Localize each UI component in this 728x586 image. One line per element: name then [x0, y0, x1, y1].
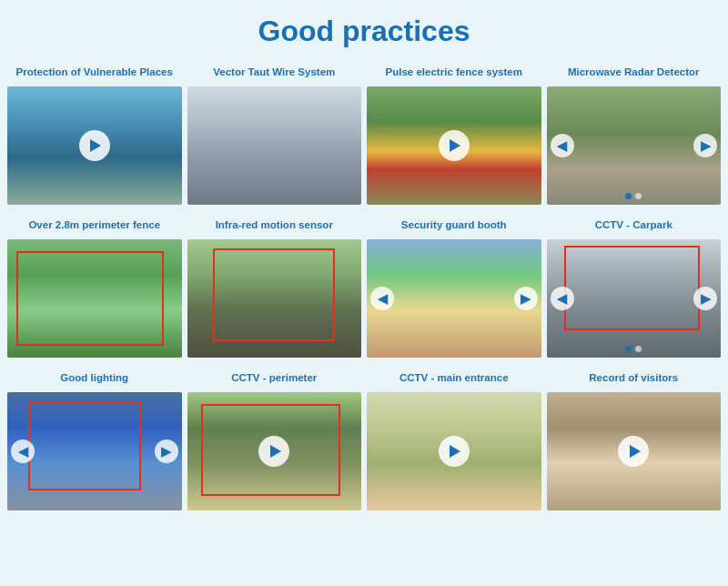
- card-title-microwave-radar: Microwave Radar Detector: [547, 57, 722, 86]
- card-title-protection-vulnerable: Protection of Vulnerable Places: [7, 57, 182, 86]
- dots-microwave-radar: [625, 193, 642, 199]
- card-title-cctv-carpark: CCTV - Carpark: [547, 210, 722, 239]
- arrow-left-cctv-carpark[interactable]: ◀: [551, 287, 574, 310]
- dot-microwave-radar-0[interactable]: [625, 193, 632, 199]
- detection-box: [213, 248, 335, 340]
- card-title-cctv-perimeter: CCTV - perimeter: [187, 363, 362, 392]
- detection-box: [564, 246, 700, 331]
- card-title-security-booth: Security guard booth: [367, 210, 541, 239]
- card-microwave-radar: Microwave Radar Detector◀▶: [547, 57, 722, 205]
- card-image-record-visitors[interactable]: [547, 392, 722, 510]
- page-title: Good practices: [0, 0, 728, 57]
- arrow-left-security-booth[interactable]: ◀: [370, 287, 394, 310]
- card-protection-vulnerable: Protection of Vulnerable Places: [7, 57, 182, 205]
- arrow-right-good-lighting[interactable]: ▶: [155, 440, 178, 463]
- card-image-cctv-main-entrance[interactable]: [367, 392, 541, 510]
- card-cctv-perimeter: CCTV - perimeter: [187, 363, 362, 510]
- card-image-security-booth[interactable]: ◀▶: [367, 239, 541, 358]
- card-cctv-main-entrance: CCTV - main entrance: [367, 363, 541, 510]
- detection-box: [16, 251, 165, 346]
- arrow-right-cctv-carpark[interactable]: ▶: [693, 287, 717, 310]
- dot-microwave-radar-1[interactable]: [635, 193, 642, 199]
- arrow-left-good-lighting[interactable]: ◀: [11, 440, 35, 463]
- card-image-microwave-radar[interactable]: ◀▶: [547, 86, 722, 205]
- dot-cctv-carpark-1[interactable]: [635, 346, 642, 352]
- card-vector-taut-wire: Vector Taut Wire System: [187, 57, 362, 205]
- card-record-visitors: Record of visitors: [547, 363, 722, 510]
- arrow-right-security-booth[interactable]: ▶: [514, 287, 538, 310]
- card-image-infrared-sensor[interactable]: [187, 239, 362, 358]
- arrow-left-microwave-radar[interactable]: ◀: [551, 134, 574, 157]
- card-grid: Protection of Vulnerable PlacesVector Ta…: [0, 57, 728, 518]
- card-image-perimeter-fence[interactable]: [7, 239, 182, 358]
- card-image-protection-vulnerable[interactable]: [7, 86, 182, 205]
- arrow-right-microwave-radar[interactable]: ▶: [693, 134, 717, 157]
- play-button-pulse-electric[interactable]: [439, 130, 470, 161]
- card-good-lighting: Good lighting◀▶: [7, 363, 182, 510]
- card-title-good-lighting: Good lighting: [7, 363, 182, 392]
- card-title-perimeter-fence: Over 2.8m perimeter fence: [7, 210, 182, 239]
- play-button-cctv-perimeter[interactable]: [258, 436, 289, 467]
- card-title-record-visitors: Record of visitors: [547, 363, 722, 392]
- card-perimeter-fence: Over 2.8m perimeter fence: [7, 210, 182, 358]
- card-security-booth: Security guard booth◀▶: [367, 210, 541, 358]
- card-image-pulse-electric[interactable]: [367, 86, 541, 205]
- detection-box: [28, 401, 141, 490]
- card-title-infrared-sensor: Infra-red motion sensor: [187, 210, 362, 239]
- card-image-vector-taut-wire[interactable]: [187, 86, 362, 205]
- card-infrared-sensor: Infra-red motion sensor: [187, 210, 362, 358]
- card-pulse-electric: Pulse electric fence system: [367, 57, 541, 205]
- play-button-protection-vulnerable[interactable]: [79, 130, 110, 161]
- card-cctv-carpark: CCTV - Carpark◀▶: [547, 210, 722, 358]
- card-title-cctv-main-entrance: CCTV - main entrance: [367, 363, 541, 392]
- card-image-cctv-perimeter[interactable]: [187, 392, 362, 510]
- card-title-pulse-electric: Pulse electric fence system: [367, 57, 541, 86]
- card-image-cctv-carpark[interactable]: ◀▶: [547, 239, 722, 358]
- dot-cctv-carpark-0[interactable]: [625, 346, 632, 352]
- card-title-vector-taut-wire: Vector Taut Wire System: [187, 57, 362, 86]
- play-button-cctv-main-entrance[interactable]: [439, 436, 470, 467]
- card-image-good-lighting[interactable]: ◀▶: [7, 392, 182, 510]
- play-button-record-visitors[interactable]: [618, 436, 649, 467]
- dots-cctv-carpark: [625, 346, 642, 352]
